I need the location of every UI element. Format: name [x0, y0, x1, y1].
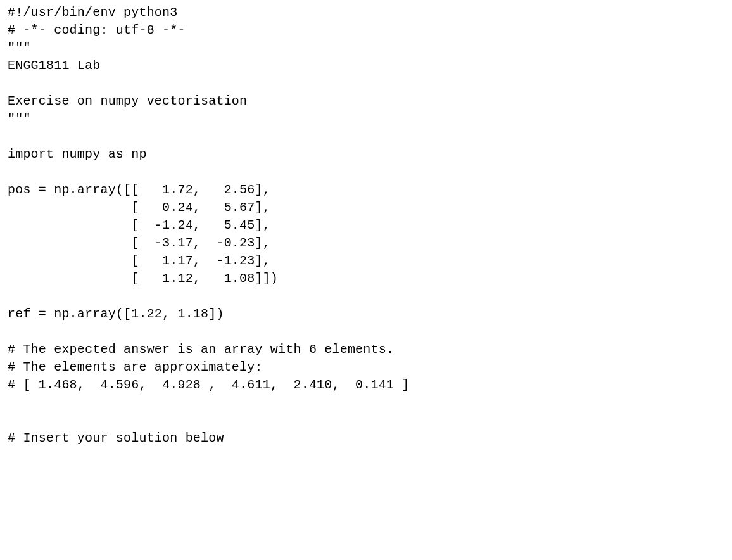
code-block: #!/usr/bin/env python3 # -*- coding: utf… — [0, 0, 732, 455]
